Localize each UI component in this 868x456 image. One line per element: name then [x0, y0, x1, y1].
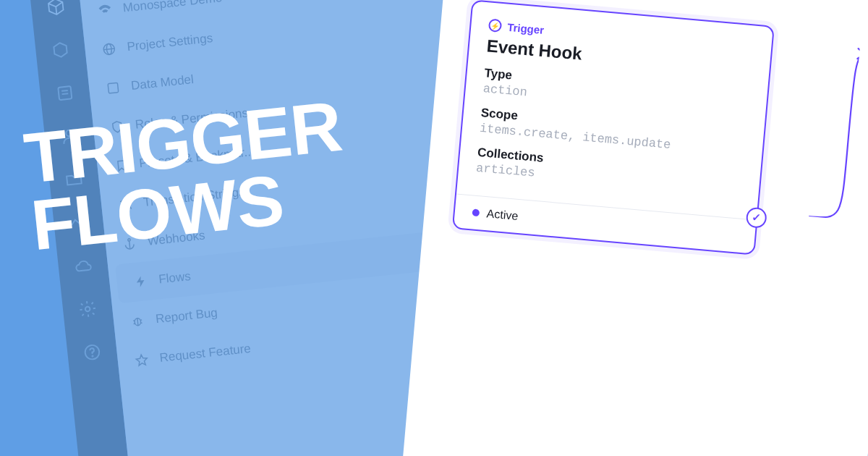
flow-connector: [758, 39, 859, 220]
data-icon: [104, 80, 122, 97]
globe-icon: [101, 41, 118, 58]
sidebar-item-label: Flows: [158, 269, 191, 287]
svg-rect-10: [108, 83, 119, 93]
sidebar-item-label: Translation Strings: [142, 185, 245, 210]
svg-point-4: [85, 306, 90, 311]
anchor-icon: [121, 235, 138, 252]
status-label: Active: [486, 207, 519, 223]
sidebar-item-label: Report Bug: [155, 305, 218, 326]
sidebar-item-label: Data Model: [130, 72, 195, 93]
sidebar-item-label: Webhooks: [147, 228, 206, 248]
star-icon: [133, 351, 150, 368]
svg-rect-0: [58, 86, 72, 100]
folder-icon: [62, 167, 86, 191]
svg-line-17: [134, 324, 135, 324]
trigger-card[interactable]: ⚡ Trigger Event Hook Type action Scope i…: [452, 0, 775, 256]
help-icon: [80, 340, 104, 364]
svg-line-12: [129, 241, 130, 248]
logo-cube-icon: [44, 0, 68, 19]
translate-icon: [116, 196, 134, 214]
sidebar-item-label: Request Feature: [159, 342, 252, 366]
sidebar-item-label: Roles & Permissions: [135, 106, 249, 132]
trigger-bolt-icon: ⚡: [488, 18, 503, 33]
svg-point-6: [92, 355, 93, 356]
bookmark-icon: [113, 157, 130, 174]
sidebar-project-label: Monospace Demo: [122, 0, 223, 16]
svg-line-9: [103, 48, 114, 50]
svg-point-3: [66, 130, 73, 137]
bolt-icon: [132, 273, 150, 290]
svg-line-18: [141, 323, 142, 324]
svg-line-14: [137, 318, 138, 326]
svg-line-1: [61, 90, 68, 91]
svg-line-16: [140, 320, 142, 321]
shield-icon: [109, 118, 126, 135]
person-icon: [58, 124, 82, 148]
box-icon: [48, 38, 72, 62]
activity-icon: [67, 211, 90, 235]
status-dot-icon: [472, 208, 480, 216]
cloud-icon: [71, 254, 95, 278]
svg-line-15: [133, 321, 135, 321]
sidebar-item-label: Presets & Bookmar...: [139, 145, 255, 172]
svg-line-2: [62, 93, 69, 94]
card-eyebrow-label: Trigger: [507, 20, 545, 35]
list-icon: [53, 81, 77, 105]
bug-icon: [129, 313, 146, 330]
svg-point-11: [128, 239, 131, 242]
flow-detail-panel: Flows Articles ⚡ Trigger Event Hook Type…: [401, 0, 868, 456]
sidebar-item-label: Project Settings: [127, 31, 214, 54]
gear-icon: [76, 297, 100, 321]
wifi-icon: [96, 1, 114, 19]
